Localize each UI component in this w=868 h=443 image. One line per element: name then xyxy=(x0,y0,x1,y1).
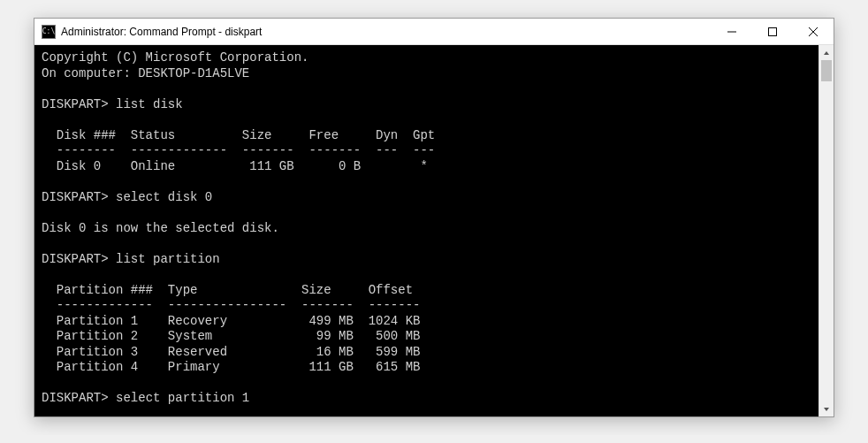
copyright-line: Copyright (C) Microsoft Corporation. xyxy=(42,50,308,65)
computer-line: On computer: DESKTOP-D1A5LVE xyxy=(42,66,249,80)
prompt: DISKPART> xyxy=(42,252,109,266)
svg-marker-5 xyxy=(824,408,829,411)
partition-table-row: Partition 4 Primary 111 GB 615 MB xyxy=(42,360,420,374)
cmd-select-partition: select partition 1 xyxy=(116,391,249,405)
window: C:\ Administrator: Command Prompt - disk… xyxy=(34,18,834,417)
window-controls xyxy=(712,19,834,44)
prompt: DISKPART> xyxy=(42,391,109,405)
cmd-select-disk: select disk 0 xyxy=(116,190,212,204)
svg-marker-4 xyxy=(824,51,829,55)
partition-table-row: Partition 1 Recovery 499 MB 1024 KB xyxy=(42,314,420,328)
svg-rect-1 xyxy=(769,27,777,35)
cmd-list-disk: list disk xyxy=(116,97,183,111)
cmd-icon-glyph: C:\ xyxy=(42,25,56,39)
cmd-list-partition: list partition xyxy=(116,252,220,266)
partition-table-row: Partition 2 System 99 MB 500 MB xyxy=(42,329,420,343)
cmd-icon: C:\ xyxy=(42,25,56,39)
disk-table-row: Disk 0 Online 111 GB 0 B * xyxy=(42,159,428,173)
partition-table-header: Partition ### Type Size Offset xyxy=(42,283,413,297)
scroll-up-button[interactable] xyxy=(819,45,834,60)
selected-disk-msg: Disk 0 is now the selected disk. xyxy=(42,221,279,235)
vertical-scrollbar[interactable] xyxy=(819,45,834,416)
titlebar[interactable]: C:\ Administrator: Command Prompt - disk… xyxy=(34,19,834,45)
disk-table-separator: -------- ------------- ------- ------- -… xyxy=(42,143,435,157)
close-button[interactable] xyxy=(793,19,834,44)
disk-table-header: Disk ### Status Size Free Dyn Gpt xyxy=(42,128,435,142)
maximize-button[interactable] xyxy=(752,19,793,44)
partition-table-row: Partition 3 Reserved 16 MB 599 MB xyxy=(42,345,420,359)
prompt: DISKPART> xyxy=(42,97,109,111)
scroll-thumb[interactable] xyxy=(821,60,832,81)
minimize-button[interactable] xyxy=(712,19,752,44)
window-title: Administrator: Command Prompt - diskpart xyxy=(61,26,712,38)
scroll-down-button[interactable] xyxy=(819,401,834,416)
terminal-output[interactable]: Copyright (C) Microsoft Corporation. On … xyxy=(34,45,819,416)
prompt: DISKPART> xyxy=(42,190,109,204)
client-area: Copyright (C) Microsoft Corporation. On … xyxy=(34,45,834,416)
partition-table-separator: ------------- ---------------- ------- -… xyxy=(42,298,420,312)
